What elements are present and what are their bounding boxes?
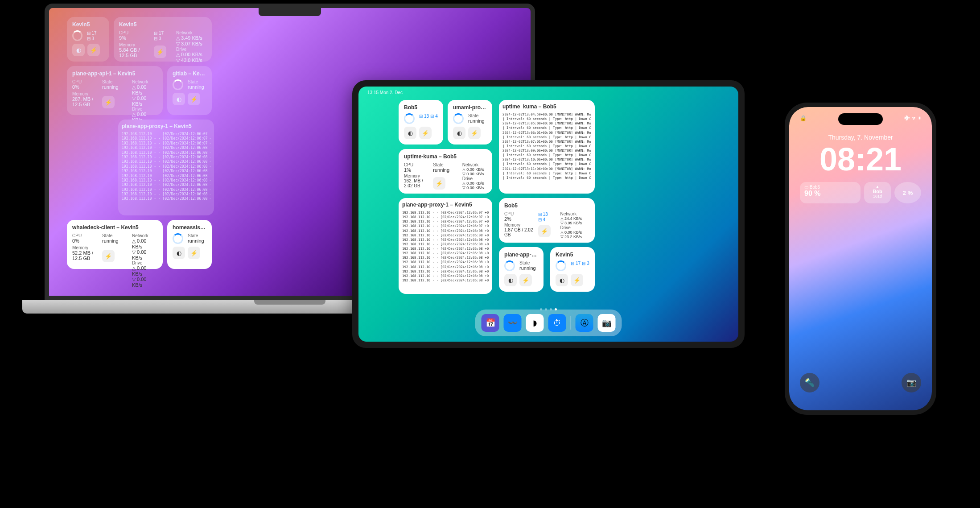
cpu-ring-icon xyxy=(556,260,566,271)
widget-title: uptime-kuma – Bob5 xyxy=(404,153,487,160)
power-button-icon[interactable]: ⚡ xyxy=(102,250,115,262)
state-label: State xyxy=(102,79,128,84)
memory-label: Memory xyxy=(504,223,534,227)
widget-homeassistant[interactable]: homeassistant – … State running ◐ ⚡ xyxy=(167,220,212,269)
flashlight-button[interactable]: 🔦 xyxy=(800,373,819,392)
widget-title: homeassistant – … xyxy=(173,224,206,231)
memory-value: 52.2 MB / 12.5 GB xyxy=(72,250,98,261)
dock-app-calendar[interactable]: 📅 xyxy=(482,314,499,332)
images-count: ⊟ 4 xyxy=(430,114,438,119)
memory-label: Memory xyxy=(404,173,428,178)
dock-app-wave[interactable]: 〰️ xyxy=(504,314,522,332)
images-count: ⊟ 4 xyxy=(538,217,546,222)
power-button-icon[interactable]: ⚡ xyxy=(519,274,532,286)
drive-down: ▽ 0.00 KB/s xyxy=(132,277,157,288)
net-up: △ 0.00 KB/s xyxy=(132,238,157,249)
tablet-screen: 13:15 Mon 2. Dec Bob5 ⊟ 13 ⊟ 4 ◐ ⚡ xyxy=(358,87,738,342)
power-button-icon[interactable]: ⚡ xyxy=(188,93,200,105)
power-button-icon[interactable]: ⚡ xyxy=(188,247,200,259)
widget-bob5-medium[interactable]: Bob5 CPU 2% Memory 1.87 GB / 2.02 GB ⊟ 1… xyxy=(499,198,595,243)
power-button-icon[interactable]: ⚡ xyxy=(419,127,432,139)
drive-up: △ 0.00 KB/s xyxy=(462,181,487,186)
cpu-ring-icon xyxy=(173,79,183,90)
cpu-label: CPU xyxy=(72,79,98,84)
cpu-value: 2% xyxy=(504,216,534,222)
power-button-icon[interactable]: ⚡ xyxy=(571,274,583,286)
phone-dynamic-island xyxy=(838,113,883,125)
memory-button-icon[interactable]: ◐ xyxy=(404,127,416,139)
widget-title: Kevin5 xyxy=(72,21,104,28)
widget-title: plane-app-api-1 – Kevin5 xyxy=(72,70,157,77)
state-label: State xyxy=(188,233,204,238)
lockscreen-widget-cpu[interactable]: 2 % xyxy=(894,182,921,203)
net-down: ▽ 0.00 KB/s xyxy=(132,249,157,260)
power-button-icon[interactable]: ⚡ xyxy=(538,225,551,237)
dock-app-gauge[interactable]: ⏱ xyxy=(548,314,566,332)
network-label: Network xyxy=(462,162,487,167)
lockscreen-widget-uptime[interactable]: ▲ Bob 161d xyxy=(864,182,891,203)
widget-uptime-kuma-stats[interactable]: uptime-kuma – Bob5 CPU 1% Memory 162. MB… xyxy=(399,149,492,194)
dock: 📅 〰️ ◗ ⏱ Ⓐ 📷 xyxy=(475,310,622,336)
dock-app-appstore[interactable]: Ⓐ xyxy=(576,314,593,332)
widget-subtitle: 161d xyxy=(869,194,886,198)
net-down: ▽ 3.07 KB/s xyxy=(176,41,206,47)
widget-title: umami-prod-umami… xyxy=(453,104,487,111)
widget-plane-proxy-logs-ipad[interactable]: plane-app-proxy-1 – Kevin5 192.168.112.1… xyxy=(399,198,492,294)
drive-label: Drive xyxy=(560,225,590,230)
laptop-notch xyxy=(259,8,321,16)
net-down: ▽ 0.00 KB/s xyxy=(462,172,487,176)
state-label: State xyxy=(519,260,536,265)
drive-down: ▽ 43.0 KB/s xyxy=(176,58,206,63)
widget-title: Kevin5 xyxy=(119,21,206,28)
widget-title: Bob5 xyxy=(404,104,438,111)
log-output: 192.168.112.10 - - [02/Dec/2024:12:06:07… xyxy=(122,132,210,202)
cpu-ring-icon xyxy=(404,113,415,124)
memory-button-icon[interactable]: ◐ xyxy=(453,127,465,139)
memory-button-icon[interactable]: ◐ xyxy=(173,247,185,259)
cpu-label: CPU xyxy=(119,30,149,35)
state-value: running xyxy=(519,265,536,271)
cpu-value: 1% xyxy=(404,167,428,173)
state-label: State xyxy=(188,79,204,84)
widget-kevin5-medium[interactable]: Kevin5 CPU 9% Memory 5.84 GB / 12.5 GB ⊟… xyxy=(114,17,212,62)
power-button-icon[interactable]: ⚡ xyxy=(468,127,481,139)
drive-up: △ 0.00 KB/s xyxy=(176,52,206,58)
net-down: ▽ 0.00 KB/s xyxy=(132,95,157,107)
drive-down: ▽ 0.00 KB/s xyxy=(462,186,487,190)
net-up: △ 0.00 KB/s xyxy=(132,84,157,95)
power-button-icon[interactable]: ⚡ xyxy=(433,177,445,190)
dock-app-whale[interactable]: ◗ xyxy=(526,314,544,332)
memory-button-icon[interactable]: ◐ xyxy=(504,274,517,286)
power-button-icon[interactable]: ⚡ xyxy=(102,96,115,108)
power-button-icon[interactable]: ⚡ xyxy=(154,45,166,58)
drive-label: Drive xyxy=(132,260,157,265)
widget-gitlab[interactable]: gitlab – Kevin5 State running ◐ ⚡ xyxy=(167,66,212,115)
cpu-ring-icon xyxy=(504,260,515,271)
power-button-icon[interactable]: ⚡ xyxy=(87,44,100,56)
status-icons: ✈ ᯤ ▮ xyxy=(905,115,921,121)
widget-plane-proxy-logs[interactable]: plane-app-proxy-1 – Kevin5 192.168.112.1… xyxy=(118,120,214,215)
widget-title: uptime_kuma – Bob5 xyxy=(502,103,591,110)
widget-title: ▭ Bob5 xyxy=(804,185,856,190)
memory-button-icon[interactable]: ◐ xyxy=(556,274,568,286)
widget-kevin5-small[interactable]: Kevin5 ⊟ 17 ⊟ 3 ◐ ⚡ xyxy=(67,17,109,62)
network-label: Network xyxy=(176,30,206,35)
net-up: △ 24.4 KB/s xyxy=(560,216,590,221)
containers-count: ⊟ 13 xyxy=(538,212,548,217)
memory-button-icon[interactable]: ◐ xyxy=(72,44,85,56)
widget-plane-proxy-small[interactable]: plane-app-proxy-1… State running ◐ ⚡ xyxy=(499,247,544,292)
widget-whaledeck[interactable]: whaledeck-client – Kevin5 CPU 0% Memory … xyxy=(67,220,163,269)
cpu-ring-icon xyxy=(453,113,464,124)
widget-plane-api[interactable]: plane-app-api-1 – Kevin5 CPU 0% Memory 2… xyxy=(67,66,163,115)
lockscreen-time: 08:21 xyxy=(789,141,932,178)
widget-kevin5-small-ipad[interactable]: Kevin5 ⊟ 17 ⊟ 3 ◐ ⚡ xyxy=(550,247,595,292)
dock-app-recent[interactable]: 📷 xyxy=(598,314,616,332)
log-output: 192.168.112.10 - - [02/Dec/2024:12:06:07… xyxy=(402,211,489,283)
lockscreen-widget-battery[interactable]: ▭ Bob5 90 % xyxy=(800,182,861,203)
widget-bob5-small[interactable]: Bob5 ⊟ 13 ⊟ 4 ◐ ⚡ xyxy=(399,100,443,145)
widget-umami[interactable]: umami-prod-umami… State running ◐ ⚡ xyxy=(448,100,492,145)
lock-icon: 🔒 xyxy=(800,115,807,121)
memory-button-icon[interactable]: ◐ xyxy=(173,93,185,105)
camera-button[interactable]: 📷 xyxy=(902,373,921,392)
widget-uptime-kuma-logs[interactable]: uptime_kuma – Bob5 2024-12-02T13:04:59+0… xyxy=(499,100,595,194)
